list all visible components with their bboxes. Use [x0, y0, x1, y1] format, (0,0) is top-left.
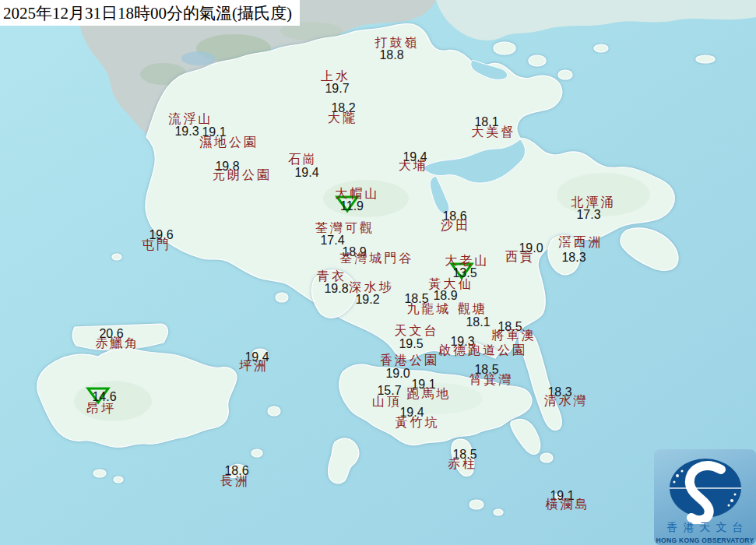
station-name: 大隴 — [328, 112, 357, 125]
station-name: 九龍城 — [407, 303, 452, 315]
station-temp: 19.5 — [399, 338, 423, 350]
station-name: 滘西洲 — [559, 236, 603, 248]
station-name: 北潭涌 — [571, 196, 616, 209]
station-temp: 19.2 — [355, 294, 379, 306]
station-temp: 18.1 — [466, 316, 490, 329]
station-name: 深水埗 — [350, 281, 394, 294]
station-name: 流浮山 — [169, 113, 213, 125]
station-name: 屯門 — [142, 239, 171, 251]
station-name: 青衣 — [317, 270, 346, 283]
station-name: 香港公園 — [380, 354, 439, 367]
hko-logo: 香港天文台 HONG KONG OBSERVATORY — [654, 449, 756, 545]
station-labels-layer: 18.8打鼓嶺19.7上水18.2大隴19.3流浮山19.1濕地公園19.8元朗… — [0, 0, 756, 545]
station-name: 坪洲 — [239, 360, 269, 372]
station-temp: 19.0 — [385, 367, 410, 380]
station-temp: 17.4 — [320, 234, 344, 247]
station-name: 大埔 — [399, 160, 428, 172]
station-name: 石崗 — [288, 153, 318, 166]
station-temp: 18.9 — [433, 290, 457, 302]
station-name: 長洲 — [220, 475, 250, 487]
temperature-map: 2025年12月31日18時00分的氣溫(攝氏度) 18.8打鼓嶺19.7上水1… — [0, 0, 756, 545]
station-name: 荃灣城門谷 — [340, 252, 414, 265]
station-temp: 19.8 — [324, 283, 348, 295]
station-name: 清水灣 — [544, 395, 589, 407]
station-name: 大老山 — [445, 255, 490, 267]
station-name: 赤鱲角 — [96, 337, 140, 350]
station-name: 昂坪 — [86, 403, 116, 415]
station-name: 將軍澳 — [492, 329, 536, 342]
station-name: 山頂 — [372, 396, 402, 408]
station-name: 黃大仙 — [429, 278, 473, 290]
station-name: 觀塘 — [458, 303, 487, 315]
logo-chinese-name: 香港天文台 — [654, 521, 756, 535]
station-name: 天文台 — [395, 325, 439, 337]
station-name: 黃竹坑 — [396, 417, 440, 429]
station-temp: 19.7 — [325, 83, 349, 95]
station-name: 西貢 — [505, 251, 535, 263]
station-name: 荃灣可觀 — [315, 222, 374, 234]
hko-logo-emblem — [654, 449, 756, 524]
station-name: 赤柱 — [448, 458, 477, 470]
station-name: 橫瀾島 — [546, 498, 590, 511]
station-name: 筲箕灣 — [469, 374, 514, 386]
station-temp: 18.8 — [379, 49, 403, 62]
station-temp: 17.3 — [576, 209, 600, 221]
station-temp: 18.3 — [561, 251, 585, 264]
station-temp: 11.9 — [340, 200, 364, 213]
station-name: 打鼓嶺 — [375, 37, 420, 49]
station-name: 沙田 — [441, 220, 470, 232]
logo-english-name: HONG KONG OBSERVATORY — [654, 536, 756, 544]
station-name: 大帽山 — [336, 188, 380, 200]
station-name: 啟德跑道公園 — [438, 344, 527, 357]
station-temp: 19.3 — [174, 125, 199, 138]
station-name: 元朗公園 — [213, 169, 272, 181]
station-name: 大美督 — [472, 126, 516, 139]
station-temp: 19.4 — [294, 167, 318, 179]
station-name: 跑馬地 — [407, 388, 452, 400]
station-name: 上水 — [321, 70, 350, 83]
station-name: 濕地公園 — [199, 136, 258, 149]
